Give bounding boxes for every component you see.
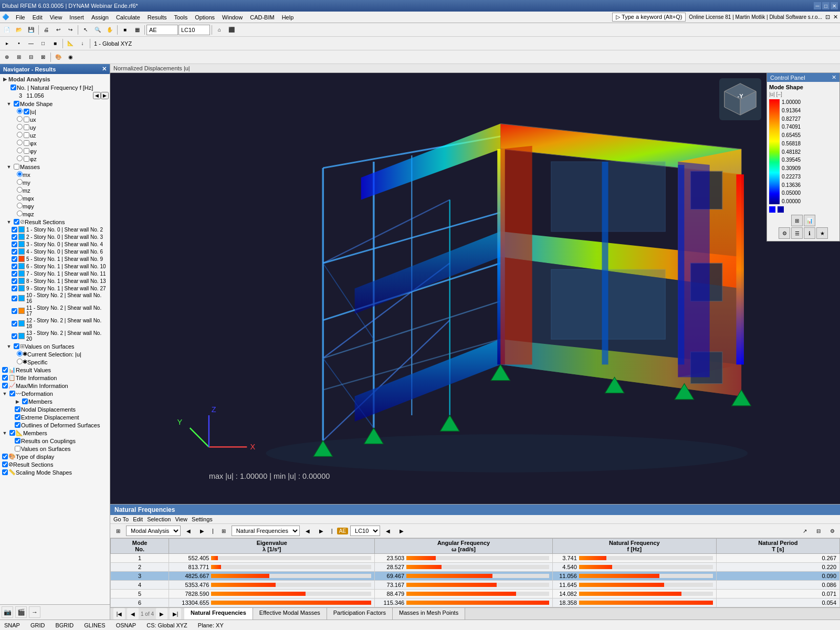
nav-camera-btn[interactable]: 📷 <box>2 606 13 618</box>
prev-page-btn[interactable]: ◀ <box>127 608 139 620</box>
menu-insert[interactable]: Insert <box>66 13 87 22</box>
mode-phix[interactable]: φx <box>1 139 109 147</box>
view-front-btn[interactable]: ⬛ <box>226 24 237 36</box>
current-selection[interactable]: ✱ Current Selection: |u| <box>1 350 109 358</box>
menu-help[interactable]: Help <box>279 13 297 22</box>
next-nf-btn[interactable]: ▶ <box>316 525 327 537</box>
modal-toggle[interactable]: ▶ <box>1 77 8 82</box>
load-btn[interactable]: ↓ <box>77 38 88 49</box>
result-section-11[interactable]: 11 - Story No. 2 | Shear wall No. 17 <box>1 304 109 317</box>
cp-chart-btn[interactable]: 📊 <box>804 215 815 226</box>
mass-mphix[interactable]: mφx <box>1 194 109 202</box>
menu-tools[interactable]: Tools <box>171 13 191 22</box>
edit-btn[interactable]: Edit <box>133 516 143 522</box>
def-members[interactable]: ▶ Members <box>1 397 109 405</box>
result-sections2-item[interactable]: ⊘ Result Sections <box>1 460 109 468</box>
result-section-2[interactable]: 2 - Story No. 0 | Shear wall No. 3 <box>1 233 109 240</box>
minimize-button[interactable]: ─ <box>814 2 821 9</box>
result-section-9[interactable]: 9 - Story No. 1 | Shear wall No. 27 <box>1 285 109 292</box>
result-section-1[interactable]: 1 - Story No. 0 | Shear wall No. 2 <box>1 226 109 233</box>
mode-u-abs[interactable]: |u| <box>1 108 109 116</box>
mode-uy[interactable]: uy <box>1 123 109 131</box>
sel-icon-btn[interactable]: ⊞ <box>112 525 124 537</box>
window-close-icon[interactable]: ✕ <box>833 14 838 20</box>
result-section-10[interactable]: 10 - Story No. 2 | Shear wall No. 16 <box>1 292 109 304</box>
def-extreme[interactable]: Extreme Displacement <box>1 413 109 421</box>
tab-modal-masses[interactable]: Effective Modal Masses <box>253 608 327 620</box>
result-section-8[interactable]: 8 - Story No. 1 | Shear wall No. 13 <box>1 277 109 285</box>
navigation-cube[interactable]: -Y <box>719 78 761 120</box>
tab-natural-frequencies[interactable]: Natural Frequencies <box>184 608 253 620</box>
render2-btn[interactable]: ◉ <box>65 51 76 63</box>
result-section-12[interactable]: 12 - Story No. 2 | Shear wall No. 18 <box>1 317 109 330</box>
selection-btn[interactable]: Selection <box>147 516 171 522</box>
surface-btn[interactable]: □ <box>37 38 49 49</box>
def-outlines[interactable]: Outlines of Deformed Surfaces <box>1 421 109 429</box>
next-page-btn[interactable]: ▶ <box>156 608 167 620</box>
members-header[interactable]: ▼ 📐 Members <box>1 429 109 437</box>
color-btn[interactable]: 🎨 <box>52 51 64 63</box>
menu-results[interactable]: Results <box>144 13 170 22</box>
config-btn[interactable]: ⚙ <box>826 525 838 537</box>
search-input[interactable]: ▷ Type a keyword (Alt+Q) <box>612 13 686 22</box>
mode-ux[interactable]: ux <box>1 116 109 123</box>
values-surfaces2-item[interactable]: Values on Surfaces <box>1 445 109 453</box>
mass-mphiz[interactable]: mφz <box>1 210 109 218</box>
mode-shape-header[interactable]: ▼ Mode Shape <box>1 100 109 108</box>
cp-table-btn[interactable]: ⊞ <box>791 215 803 226</box>
tab-mesh-masses[interactable]: Masses in Mesh Points <box>393 608 465 620</box>
cp-star-btn[interactable]: ★ <box>816 227 828 239</box>
check-u-abs[interactable] <box>23 108 30 115</box>
mass-mx[interactable]: mx <box>1 171 109 178</box>
natural-freq-select[interactable]: Natural Frequencies <box>232 526 300 536</box>
menu-window[interactable]: Window <box>219 13 246 22</box>
glines-toggle[interactable]: GLINES <box>84 622 105 628</box>
values-surfaces-header[interactable]: ▼ ⊞ Values on Surfaces <box>1 342 109 350</box>
undo-btn[interactable]: ↩ <box>52 24 64 36</box>
result-section-5[interactable]: 5 - Story No. 1 | Shear wall No. 9 <box>1 255 109 262</box>
nf-check[interactable] <box>9 84 17 91</box>
mode-toggle[interactable]: ▼ <box>5 101 13 107</box>
next-freq-btn[interactable]: ▶ <box>101 92 109 99</box>
display-btn1[interactable]: ⊕ <box>1 51 13 63</box>
select2-btn[interactable]: ▸ <box>1 38 13 49</box>
line-btn[interactable]: — <box>25 38 37 49</box>
solid-btn[interactable]: ■ <box>49 38 61 49</box>
table-row[interactable]: 2 813.771 28.527 4.540 0.220 <box>111 563 840 572</box>
deformation-header[interactable]: ▼ 〰 Deformation <box>1 390 109 397</box>
mass-mphiy[interactable]: mφy <box>1 202 109 210</box>
window-controls[interactable]: ─ □ ✕ <box>814 2 838 9</box>
menu-edit[interactable]: Edit <box>29 13 46 22</box>
prev-nf-btn[interactable]: ◀ <box>302 525 313 537</box>
specific-item[interactable]: ✱ Specific <box>1 358 109 366</box>
result-section-3[interactable]: 3 - Story No. 0 | Shear wall No. 4 <box>1 240 109 248</box>
menu-options[interactable]: Options <box>192 13 218 22</box>
next-analysis-btn[interactable]: ▶ <box>196 525 208 537</box>
menu-view[interactable]: View <box>47 13 66 22</box>
zoom-btn[interactable]: 🔍 <box>92 24 103 36</box>
cp-info-btn[interactable]: ℹ <box>804 227 815 239</box>
result-values-item[interactable]: 📊 Result Values <box>1 366 109 374</box>
open-btn[interactable]: 📂 <box>13 24 25 36</box>
tab-participation[interactable]: Participation Factors <box>327 608 393 620</box>
table-row[interactable]: 3 4825.667 69.467 11.056 0.090 <box>111 572 840 581</box>
menu-file[interactable]: File <box>13 13 28 22</box>
save-btn[interactable]: 💾 <box>25 24 37 36</box>
mass-mz[interactable]: mz <box>1 186 109 194</box>
prev-freq-btn[interactable]: ◀ <box>93 92 101 99</box>
viewport-canvas[interactable]: X Y Z max |u| : 1.00000 | min |u| : 0.00… <box>110 73 840 504</box>
display-btn3[interactable]: ⊟ <box>25 51 37 63</box>
navigator-close[interactable]: ✕ <box>102 66 107 72</box>
view-reset-btn[interactable]: ⌂ <box>214 24 225 36</box>
nav-video-btn[interactable]: 🎬 <box>15 606 27 618</box>
type-display-item[interactable]: 🎨 Type of display <box>1 453 109 460</box>
wire-btn[interactable]: ▦ <box>131 24 143 36</box>
sel-icon2-btn[interactable]: ⊞ <box>218 525 229 537</box>
result-section-6[interactable]: 6 - Story No. 1 | Shear wall No. 10 <box>1 262 109 270</box>
table-row[interactable]: 6 13304.655 115.346 18.358 0.054 <box>111 598 840 607</box>
first-page-btn[interactable]: |◀ <box>113 608 125 620</box>
print-btn[interactable]: 🖨 <box>40 24 52 36</box>
cp-list-btn[interactable]: ☰ <box>791 227 803 239</box>
table-row[interactable]: 1 552.405 23.503 3.741 0.267 <box>111 554 840 563</box>
window-resize-icon[interactable]: ⊡ <box>825 14 830 20</box>
